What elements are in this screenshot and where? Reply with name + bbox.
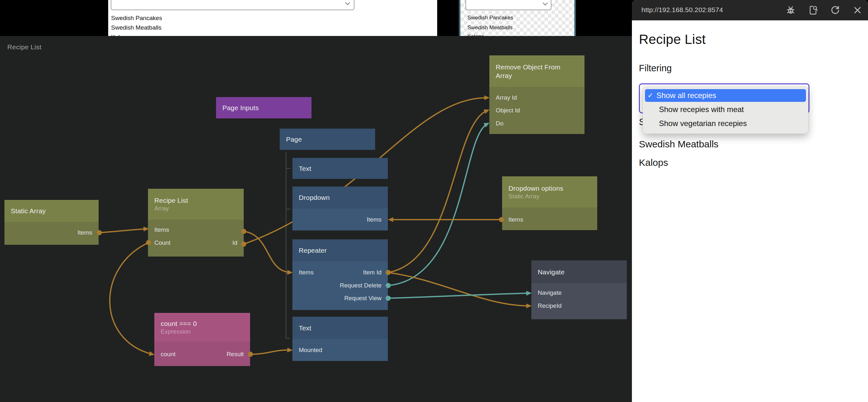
- node-title: Navigate: [538, 268, 620, 276]
- port-items[interactable]: Items: [508, 215, 523, 224]
- node-expression[interactable]: count === 0ExpressioncountResult: [154, 313, 250, 366]
- filter-dropdown-menu: ✓ Show all recepies Show recepies with m…: [643, 87, 808, 134]
- port-do[interactable]: Do: [496, 119, 503, 128]
- port-request-delete[interactable]: Request Delete: [340, 281, 381, 290]
- port-items[interactable]: Items: [154, 226, 169, 234]
- preview-b-filter-select[interactable]: [465, 0, 551, 10]
- port-navigate[interactable]: Navigate: [538, 289, 562, 297]
- recipe-list-item: Kalops: [639, 157, 668, 168]
- list-item: Swedish Pancakes: [111, 14, 162, 22]
- viewport-strip: Swedish Pancakes Swedish Meatballs Kalop…: [0, 0, 632, 36]
- menu-option-vegetarian[interactable]: Show vegetarian recepies: [645, 117, 806, 130]
- node-page[interactable]: Page: [280, 129, 375, 150]
- node-header: Text: [292, 317, 388, 339]
- node-repeater[interactable]: RepeaterItemsItem IdRequest DeleteReques…: [292, 239, 388, 310]
- node-title: Repeater: [299, 246, 381, 255]
- node-recipe-list[interactable]: Recipe ListArrayItemsCountId: [148, 189, 244, 256]
- node-header: Dropdown optionsStatic Array: [502, 176, 597, 208]
- chevron-down-icon: [345, 0, 350, 5]
- port-items[interactable]: Items: [367, 215, 381, 224]
- node-header: Dropdown: [292, 187, 388, 209]
- node-title: count === 0: [161, 319, 244, 328]
- port-items[interactable]: Items: [78, 228, 92, 237]
- node-title: Page: [286, 135, 369, 144]
- node-header: Recipe ListArray: [148, 189, 244, 220]
- list-item: Swedish Pancakes: [467, 14, 513, 21]
- port-request-view[interactable]: Request View: [344, 294, 381, 302]
- node-title: Text: [299, 164, 381, 173]
- section-heading: Filtering: [639, 63, 672, 73]
- app-preview-viewport-small[interactable]: Swedish Pancakes Swedish Meatballs Kalop…: [459, 0, 576, 36]
- node-header: Text: [292, 158, 388, 179]
- port-count[interactable]: Count: [154, 239, 170, 247]
- node-dropdown[interactable]: DropdownItems: [292, 187, 388, 230]
- list-item: Kalops: [111, 34, 129, 36]
- menu-option-with-meat[interactable]: Show recepies with meat: [645, 103, 806, 116]
- port-recipeid[interactable]: RecipeId: [538, 302, 562, 310]
- node-header: Page Inputs: [216, 97, 311, 118]
- node-text-1[interactable]: Text: [292, 158, 388, 179]
- node-title: Static Array: [11, 207, 92, 215]
- port-array-id[interactable]: Array Id: [496, 94, 517, 102]
- preview-a-filter-select[interactable]: [111, 0, 354, 10]
- page-title: Recipe List: [639, 32, 706, 47]
- node-remove-object-from-array[interactable]: Remove Object From ArrayArray IdObject I…: [489, 55, 585, 134]
- list-item: Swedish Meatballs: [467, 25, 513, 31]
- node-static-array[interactable]: Static ArrayItems: [4, 200, 99, 245]
- node-header: Static Array: [4, 200, 99, 222]
- node-header: Remove Object From Array: [489, 55, 585, 87]
- node-title: Recipe List: [154, 196, 237, 205]
- list-item: Kalops: [467, 33, 484, 36]
- menu-option-label: Show vegetarian recepies: [659, 119, 747, 128]
- node-navigate[interactable]: NavigateNavigateRecipeId: [531, 260, 627, 319]
- node-subtitle: Expression: [161, 328, 244, 336]
- node-header: Page: [280, 129, 375, 150]
- chevron-down-icon: [543, 1, 548, 6]
- node-title: Text: [299, 324, 381, 332]
- node-subtitle: Array: [154, 205, 237, 212]
- node-dropdown-options[interactable]: Dropdown optionsStatic ArrayItems: [502, 176, 597, 230]
- list-item: Swedish Meatballs: [111, 24, 161, 31]
- node-title: Remove Object From Array: [496, 63, 578, 80]
- checkmark-icon: ✓: [645, 91, 656, 100]
- app-preview-viewport-large: Swedish Pancakes Swedish Meatballs Kalop…: [108, 0, 437, 36]
- port-mounted[interactable]: Mounted: [299, 346, 322, 354]
- port-item-id[interactable]: Item Id: [363, 268, 381, 277]
- port-object-id[interactable]: Object Id: [496, 106, 520, 115]
- menu-option-show-all[interactable]: ✓ Show all recepies: [645, 89, 806, 102]
- inspect-page-icon[interactable]: [808, 5, 819, 16]
- port-id[interactable]: Id: [232, 239, 237, 247]
- menu-option-label: Show recepies with meat: [659, 105, 744, 114]
- browser-toolbar: http://192.168.50.202:8574: [632, 0, 868, 20]
- node-header: Navigate: [531, 260, 627, 283]
- close-icon[interactable]: [852, 5, 863, 16]
- node-title: Page Inputs: [222, 103, 305, 112]
- recipe-list-item: Swedish Meatballs: [639, 139, 718, 150]
- node-text-2[interactable]: TextMounted: [292, 317, 388, 361]
- preview-browser-panel: http://192.168.50.202:8574: [632, 0, 868, 402]
- node-title: Dropdown: [299, 193, 381, 202]
- menu-option-label: Show all recepies: [656, 91, 716, 100]
- node-page-inputs[interactable]: Page Inputs: [216, 97, 311, 118]
- refresh-icon[interactable]: [830, 5, 841, 16]
- node-header: count === 0Expression: [154, 313, 250, 342]
- node-title: Dropdown options: [508, 184, 591, 192]
- url-text[interactable]: http://192.168.50.202:8574: [642, 6, 723, 14]
- port-count[interactable]: count: [161, 350, 175, 359]
- node-subtitle: Static Array: [508, 192, 591, 200]
- debug-bug-icon[interactable]: [785, 5, 796, 16]
- node-header: Repeater: [292, 239, 388, 261]
- port-result[interactable]: Result: [226, 350, 244, 359]
- port-items[interactable]: Items: [299, 268, 313, 277]
